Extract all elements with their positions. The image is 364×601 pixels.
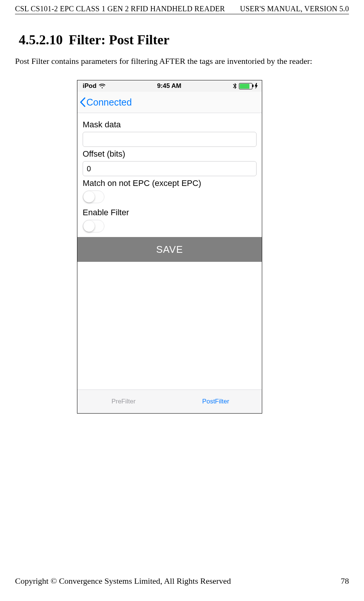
status-bar-left: iPod xyxy=(83,82,106,90)
mask-data-input[interactable] xyxy=(83,132,257,147)
battery-icon xyxy=(239,83,252,89)
page-footer: Copyright © Convergence Systems Limited,… xyxy=(15,576,349,586)
match-not-epc-label: Match on not EPC (except EPC) xyxy=(83,178,257,188)
device-name-label: iPod xyxy=(83,82,97,90)
tab-prefilter[interactable]: PreFilter xyxy=(77,390,170,413)
section-title: Filter: Post Filter xyxy=(69,32,169,47)
section-number: 4.5.2.10 xyxy=(19,32,63,47)
footer-copyright: Copyright © Convergence Systems Limited,… xyxy=(15,576,231,586)
chevron-left-icon xyxy=(80,97,86,107)
page-header: CSL CS101-2 EPC CLASS 1 GEN 2 RFID HANDH… xyxy=(15,5,349,14)
offset-input[interactable] xyxy=(83,161,257,176)
wifi-icon xyxy=(99,84,106,89)
battery-fill xyxy=(240,84,249,89)
nav-bar: Connected xyxy=(77,92,262,113)
charging-icon xyxy=(255,83,258,89)
status-bar: iPod 9:45 AM xyxy=(77,80,262,92)
bluetooth-icon xyxy=(233,83,237,89)
offset-label: Offset (bits) xyxy=(83,149,257,159)
blank-area xyxy=(83,262,257,390)
enable-filter-toggle[interactable] xyxy=(83,220,104,233)
mask-data-label: Mask data xyxy=(83,120,257,130)
header-left: CSL CS101-2 EPC CLASS 1 GEN 2 RFID HANDH… xyxy=(15,5,225,13)
section-heading: 4.5.2.10Filter: Post Filter xyxy=(19,32,169,48)
toggle-knob xyxy=(83,191,95,202)
form-area: Mask data Offset (bits) Match on not EPC… xyxy=(77,113,262,390)
match-not-epc-toggle[interactable] xyxy=(83,190,104,203)
tab-postfilter[interactable]: PostFilter xyxy=(170,390,262,413)
enable-filter-label: Enable Filter xyxy=(83,208,257,217)
device-frame: iPod 9:45 AM xyxy=(77,80,262,413)
status-bar-right xyxy=(233,83,258,89)
embedded-screenshot: iPod 9:45 AM xyxy=(77,80,262,414)
status-time: 9:45 AM xyxy=(157,82,181,90)
save-button-label: SAVE xyxy=(156,244,183,255)
bottom-tab-bar: PreFilter PostFilter xyxy=(77,390,262,413)
footer-page-number: 78 xyxy=(341,576,349,586)
intro-paragraph: Post Filter contains parameters for filt… xyxy=(15,56,349,66)
back-button-label: Connected xyxy=(86,97,132,108)
tab-prefilter-label: PreFilter xyxy=(112,398,136,405)
tab-postfilter-label: PostFilter xyxy=(202,398,229,405)
toggle-knob xyxy=(83,220,95,232)
header-right: USER'S MANUAL, VERSION 5.0 xyxy=(240,5,349,13)
back-button[interactable]: Connected xyxy=(80,97,132,108)
save-button[interactable]: SAVE xyxy=(77,237,262,262)
